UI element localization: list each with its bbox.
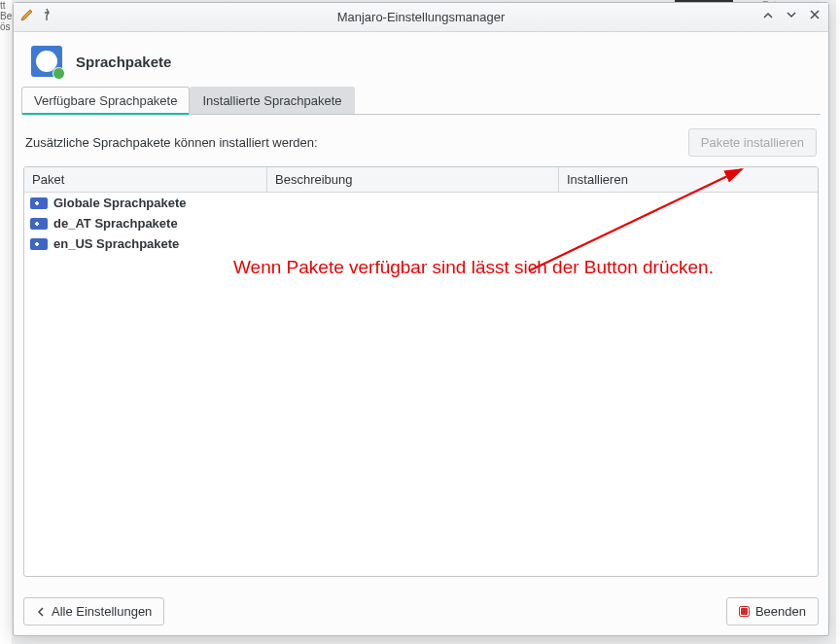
table-row[interactable]: de_AT Sprachpakete bbox=[24, 213, 818, 233]
close-button[interactable] bbox=[807, 7, 822, 22]
titlebar[interactable]: Manjaro-Einstellungsmanager bbox=[14, 3, 828, 32]
row-label: Globale Sprachpakete bbox=[53, 196, 187, 210]
quit-label: Beenden bbox=[755, 604, 806, 619]
tab-content: Zusätzliche Sprachpakete können installi… bbox=[14, 115, 828, 587]
col-install[interactable]: Installieren bbox=[559, 167, 818, 192]
table-body: Globale Sprachpakete de_AT Sprachpakete … bbox=[24, 193, 818, 576]
tab-available[interactable]: Verfügbare Sprachpakete bbox=[21, 87, 190, 115]
annotation-text: Wenn Pakete verfügbar sind lässt sich de… bbox=[233, 257, 714, 278]
language-packs-icon bbox=[31, 46, 62, 77]
page-header: Sprachpakete bbox=[14, 32, 828, 87]
bg-right-fragment bbox=[836, 0, 840, 644]
tab-bar: Verfügbare Sprachpakete Installierte Spr… bbox=[21, 87, 821, 115]
app-pencil-icon bbox=[19, 7, 35, 22]
chevron-left-icon bbox=[36, 607, 46, 617]
all-settings-label: Alle Einstellungen bbox=[52, 604, 152, 619]
quit-button[interactable]: Beenden bbox=[726, 597, 819, 626]
maximize-button[interactable] bbox=[784, 7, 799, 22]
row-label: de_AT Sprachpakete bbox=[53, 216, 178, 231]
bg-left-fragment: ttBeös bbox=[0, 0, 12, 644]
pin-icon[interactable] bbox=[39, 7, 54, 22]
minimize-button[interactable] bbox=[760, 7, 776, 22]
table-row[interactable]: en_US Sprachpakete bbox=[24, 233, 818, 254]
all-settings-button[interactable]: Alle Einstellungen bbox=[23, 597, 164, 626]
packages-table: Paket Beschreibung Installieren Globale … bbox=[23, 166, 819, 577]
stop-icon bbox=[739, 606, 750, 617]
info-text: Zusätzliche Sprachpakete können installi… bbox=[25, 135, 318, 150]
install-packages-button[interactable]: Pakete installieren bbox=[688, 128, 817, 157]
tab-installed[interactable]: Installierte Sprachpakete bbox=[190, 87, 354, 114]
window-title: Manjaro-Einstellungsmanager bbox=[337, 10, 506, 24]
flag-icon bbox=[30, 218, 48, 230]
col-package[interactable]: Paket bbox=[24, 167, 267, 192]
col-description[interactable]: Beschreibung bbox=[267, 167, 559, 192]
row-label: en_US Sprachpakete bbox=[53, 236, 179, 251]
flag-icon bbox=[30, 197, 48, 209]
page-title: Sprachpakete bbox=[76, 54, 171, 70]
settings-window: Manjaro-Einstellungsmanager Sprachpakete… bbox=[13, 2, 829, 636]
flag-icon bbox=[30, 238, 48, 250]
table-row[interactable]: Globale Sprachpakete bbox=[24, 193, 818, 213]
table-header: Paket Beschreibung Installieren bbox=[24, 167, 818, 193]
footer-bar: Alle Einstellungen Beenden bbox=[14, 587, 828, 635]
